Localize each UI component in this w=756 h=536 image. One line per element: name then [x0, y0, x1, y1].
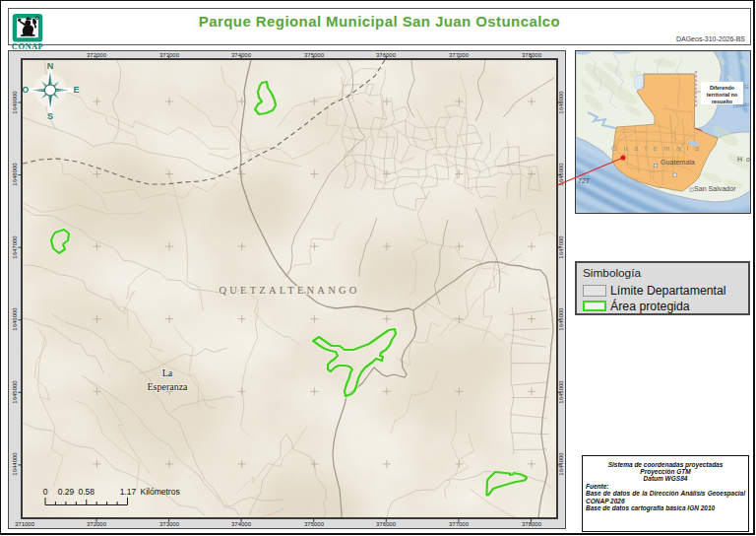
svg-text:O: O	[23, 85, 29, 95]
svg-text:1.17: 1.17	[119, 487, 136, 497]
svg-text:San Salvador: San Salvador	[694, 185, 736, 193]
svg-text:N: N	[46, 61, 53, 71]
svg-text:Ho: Ho	[737, 156, 751, 164]
svg-text:La: La	[161, 368, 172, 378]
svg-text:Esperanza: Esperanza	[147, 381, 188, 392]
svg-text:territorial no: territorial no	[707, 92, 738, 98]
svg-text:0: 0	[42, 487, 47, 497]
svg-text:G: G	[744, 84, 749, 90]
svg-text:QUETZALTENANGO: QUETZALTENANGO	[219, 285, 359, 296]
svg-text:resuelto: resuelto	[712, 99, 733, 104]
svg-text:Diferendo: Diferendo	[710, 85, 735, 91]
svg-text:72T: 72T	[578, 177, 591, 184]
svg-text:E: E	[73, 85, 79, 95]
svg-text:CONAP: CONAP	[12, 42, 43, 51]
svg-text:0.29: 0.29	[57, 487, 74, 497]
svg-text:S: S	[46, 111, 52, 121]
svg-text:Kilómetros: Kilómetros	[140, 487, 179, 497]
svg-text:Guatemala: Guatemala	[661, 159, 695, 167]
svg-text:0.58: 0.58	[78, 487, 94, 497]
svg-text:G u a t e m a l a: G u a t e m a l a	[611, 144, 701, 153]
